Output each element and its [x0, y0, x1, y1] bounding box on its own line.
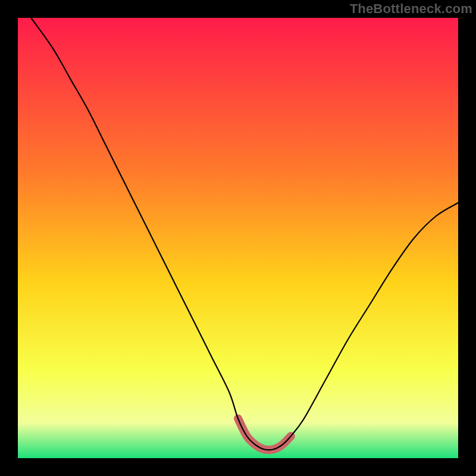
watermark-text: TheBottleneck.com [350, 1, 472, 17]
plot-area [18, 18, 458, 458]
background-gradient [18, 18, 458, 458]
chart-canvas: TheBottleneck.com [0, 0, 476, 476]
svg-rect-0 [18, 18, 458, 458]
